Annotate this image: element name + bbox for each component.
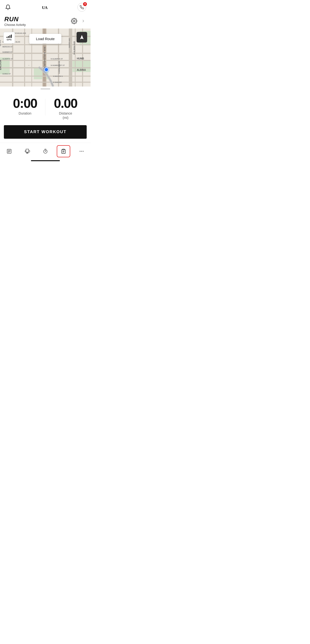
- svg-text:N MASON S: N MASON S: [53, 76, 63, 77]
- svg-point-62: [83, 151, 83, 152]
- home-indicator: [0, 159, 90, 162]
- distance-value: 0.00: [54, 97, 77, 110]
- svg-rect-21: [75, 28, 76, 86]
- more-icon: [78, 148, 85, 154]
- svg-text:SUMNER ST: SUMNER ST: [2, 51, 12, 53]
- chevron-right-button[interactable]: [80, 18, 86, 24]
- center-location-button[interactable]: [76, 32, 87, 42]
- nav-item-more[interactable]: [75, 145, 88, 157]
- svg-point-61: [81, 151, 82, 152]
- svg-text:↓: ↓: [42, 54, 44, 58]
- duration-label: Duration: [18, 111, 31, 116]
- activity-title: RUN: [4, 16, 26, 23]
- bell-button[interactable]: [4, 4, 11, 11]
- distance-stat: 0.00 Distance(mi): [45, 97, 86, 120]
- svg-point-60: [79, 151, 80, 152]
- svg-text:←: ←: [28, 64, 30, 66]
- trophy-icon: [24, 148, 30, 154]
- svg-text:N HUMBOLDT ST: N HUMBOLDT ST: [51, 64, 65, 66]
- load-route-button[interactable]: Load Route: [29, 34, 61, 44]
- drag-handle[interactable]: [0, 86, 90, 91]
- phone-button[interactable]: ✕: [77, 3, 86, 12]
- gps-button[interactable]: GPS: [3, 32, 15, 44]
- svg-text:N INTERSTATE AVE: N INTERSTATE AVE: [44, 47, 46, 69]
- svg-rect-16: [0, 82, 90, 83]
- nav-item-records[interactable]: [20, 145, 34, 157]
- svg-text:N ALBINA AVE: N ALBINA AVE: [73, 41, 75, 54]
- timer-icon: [42, 148, 48, 154]
- gps-label: GPS: [7, 38, 12, 41]
- start-workout-section: START WORKOUT: [0, 124, 90, 142]
- list-icon: [6, 148, 12, 154]
- duration-value: 0:00: [13, 97, 37, 110]
- svg-point-1: [73, 20, 75, 22]
- svg-text:ALBINA: ALBINA: [77, 69, 86, 71]
- brand-logo: UA: [37, 3, 52, 12]
- nav-item-log[interactable]: [2, 145, 16, 157]
- notification-badge: ✕: [83, 2, 87, 6]
- nav-item-routes[interactable]: [57, 145, 70, 157]
- svg-rect-18: [24, 28, 25, 86]
- svg-text:N SHAVER: N SHAVER: [53, 82, 62, 83]
- settings-button[interactable]: [70, 17, 78, 25]
- clipboard-icon: [60, 148, 67, 154]
- svg-text:ER AVE: ER AVE: [0, 40, 1, 46]
- activity-subtitle[interactable]: Choose Activity: [4, 23, 26, 26]
- nav-item-timer[interactable]: [39, 145, 52, 157]
- svg-text:ERLOOK: ERLOOK: [0, 60, 2, 70]
- svg-text:↓: ↓: [42, 60, 44, 64]
- workout-stats: 0:00 Duration 0.00 Distance(mi): [0, 91, 90, 124]
- duration-stat: 0:00 Duration: [5, 97, 45, 116]
- svg-rect-15: [0, 76, 90, 76]
- bottom-navigation: [0, 142, 90, 159]
- drag-bar: [40, 88, 50, 90]
- svg-text:HUMB: HUMB: [77, 57, 84, 60]
- svg-rect-9: [69, 28, 72, 86]
- svg-text:ISSIPPI AVE: ISSIPPI AVE: [68, 38, 70, 48]
- distance-label: Distance(mi): [59, 111, 72, 120]
- gps-signal-icon: [6, 34, 12, 38]
- svg-text:UA: UA: [42, 5, 47, 10]
- svg-rect-11: [0, 44, 90, 45]
- svg-point-42: [43, 66, 49, 73]
- svg-rect-57: [62, 149, 64, 150]
- app-header: UA ✕: [0, 0, 90, 14]
- start-workout-button[interactable]: START WORKOUT: [4, 125, 87, 139]
- svg-text:ALBERTA ST: ALBERTA ST: [2, 58, 13, 60]
- svg-text:MERSON ST: MERSON ST: [2, 46, 12, 48]
- svg-text:→: →: [69, 50, 71, 53]
- map-view[interactable]: N INTERSTATE AVE N WILLAMETTE BLVD MERSO…: [0, 28, 90, 86]
- svg-text:N MONTANA AV: N MONTANA AV: [58, 61, 60, 74]
- svg-text:N ALBERTA ST: N ALBERTA ST: [51, 58, 63, 60]
- home-bar: [31, 160, 60, 161]
- svg-text:GOING ST: GOING ST: [2, 73, 11, 75]
- activity-bar: RUN Choose Activity: [0, 14, 90, 28]
